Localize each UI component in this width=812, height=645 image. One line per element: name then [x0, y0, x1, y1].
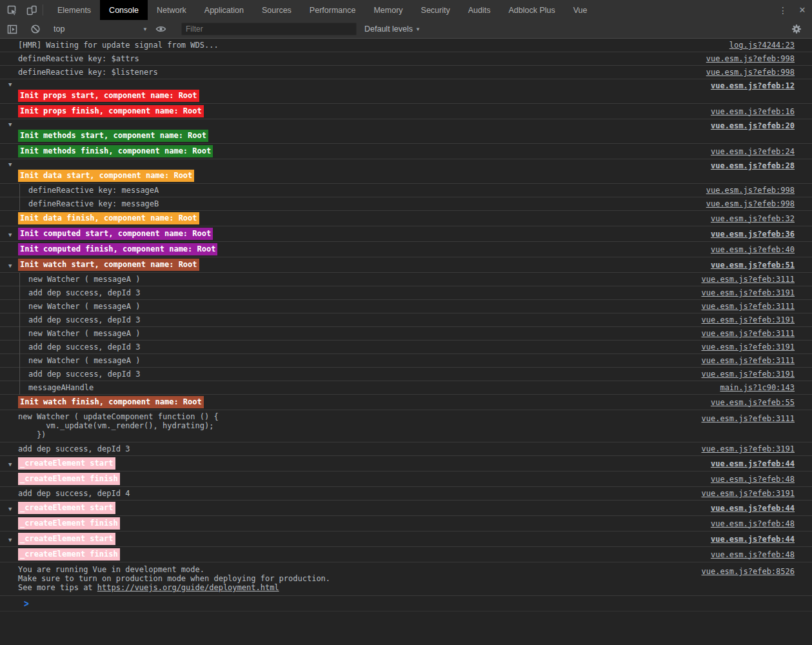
console-row-content: add dep success, depId 3 — [0, 286, 695, 299]
console-row-content: Init data finish, component name: Root — [0, 212, 704, 224]
source-location-link[interactable]: vue.esm.js?efeb:998 — [700, 54, 812, 63]
source-location-link[interactable]: vue.esm.js?efeb:998 — [700, 186, 812, 195]
source-location-link[interactable]: vue.esm.js?efeb:3111 — [695, 302, 812, 311]
console-row: ▼_createElement startvue.esm.js?efeb:44 — [0, 456, 812, 471]
source-location-link[interactable]: vue.esm.js?efeb:20 — [704, 121, 812, 131]
source-location-link[interactable]: vue.esm.js?efeb:3111 — [695, 356, 812, 365]
source-location-link[interactable]: vue.esm.js?efeb:3191 — [695, 315, 812, 324]
source-location-link[interactable]: vue.esm.js?efeb:48 — [704, 475, 812, 484]
filter-input[interactable] — [181, 23, 357, 35]
source-location-link[interactable]: vue.esm.js?efeb:32 — [704, 214, 812, 223]
source-location-link[interactable]: vue.esm.js?efeb:28 — [704, 161, 812, 171]
source-location-link[interactable]: main.js?1c90:143 — [713, 383, 812, 392]
console-input-line[interactable] — [29, 599, 812, 609]
console-row-content: defineReactive key: $listeners — [0, 66, 700, 79]
settings-gear-icon[interactable] — [787, 24, 806, 34]
tab-memory[interactable]: Memory — [364, 0, 411, 20]
source-location-link[interactable]: vue.esm.js?efeb:55 — [704, 398, 812, 407]
clear-console-icon[interactable] — [26, 24, 45, 34]
more-options-icon[interactable]: ⋮ — [773, 0, 793, 20]
console-row: ▼Init data start, component name: Rootvu… — [0, 159, 812, 184]
console-row: Init props finish, component name: Rootv… — [0, 104, 812, 119]
tab-console[interactable]: Console — [100, 0, 148, 20]
source-location-link[interactable]: vue.esm.js?efeb:8526 — [695, 566, 812, 577]
console-row-content: new Watcher ( updateComponent function (… — [0, 412, 695, 439]
source-location-link[interactable]: vue.esm.js?efeb:3191 — [695, 370, 812, 379]
source-location-link[interactable]: vue.esm.js?efeb:998 — [700, 199, 812, 208]
console-message-text: add dep success, depId 3 — [28, 370, 140, 379]
disclosure-triangle-icon[interactable]: ▼ — [8, 232, 12, 238]
disclosure-triangle-icon[interactable]: ▼ — [8, 162, 12, 168]
console-styled-badge: Init data finish, component name: Root — [18, 212, 199, 224]
live-expression-eye-icon[interactable] — [151, 24, 170, 34]
console-row-content: add dep success, depId 3 — [0, 341, 695, 353]
source-location-link[interactable]: vue.esm.js?efeb:3191 — [695, 342, 812, 352]
tab-audits[interactable]: Audits — [459, 0, 500, 20]
chevron-down-icon: ▼ — [143, 26, 148, 32]
disclosure-triangle-icon[interactable]: ▼ — [8, 263, 12, 269]
source-location-link[interactable]: vue.esm.js?efeb:3111 — [695, 413, 812, 424]
deployment-guide-link[interactable]: https://vuejs.org/guide/deployment.html — [97, 583, 279, 592]
console-row: _createElement finishvue.esm.js?efeb:48 — [0, 471, 812, 487]
console-row: defineReactive key: $listenersvue.esm.js… — [0, 66, 812, 79]
source-location-link[interactable]: vue.esm.js?efeb:3111 — [695, 275, 812, 284]
context-selector-dropdown[interactable]: top ▼ — [54, 25, 148, 34]
console-row: add dep success, depId 3vue.esm.js?efeb:… — [0, 442, 812, 456]
source-location-link[interactable]: vue.esm.js?efeb:44 — [704, 504, 812, 513]
tab-sources[interactable]: Sources — [253, 0, 301, 20]
tab-network[interactable]: Network — [148, 0, 195, 20]
console-row-content: Init watch finish, component name: Root — [0, 396, 704, 408]
console-styled-badge: Init props start, component name: Root — [18, 90, 199, 102]
console-row-content: defineReactive key: $attrs — [0, 52, 700, 65]
console-row: ▼Init watch start, component name: Rootv… — [0, 257, 812, 273]
source-location-link[interactable]: vue.esm.js?efeb:3191 — [695, 489, 812, 498]
source-location-link[interactable]: vue.esm.js?efeb:44 — [704, 459, 812, 468]
source-location-link[interactable]: vue.esm.js?efeb:24 — [704, 147, 812, 156]
close-devtools-icon[interactable]: ✕ — [793, 0, 812, 20]
disclosure-triangle-icon[interactable]: ▼ — [8, 82, 12, 88]
source-location-link[interactable]: vue.esm.js?efeb:16 — [704, 107, 812, 116]
console-row: ▼Init props start, component name: Rootv… — [0, 79, 812, 104]
tab-performance[interactable]: Performance — [301, 0, 365, 20]
source-location-link[interactable]: log.js?4244:23 — [723, 41, 812, 50]
console-row-content: ▼Init watch start, component name: Root — [0, 259, 704, 271]
source-location-link[interactable]: vue.esm.js?efeb:3191 — [695, 444, 812, 453]
console-styled-badge: Init computed start, component name: Roo… — [18, 228, 213, 240]
source-location-link[interactable]: vue.esm.js?efeb:44 — [704, 535, 812, 544]
console-message-text: defineReactive key: $listeners — [18, 68, 158, 77]
disclosure-triangle-icon[interactable]: ▼ — [8, 462, 12, 468]
prompt-chevron-icon: > — [24, 599, 29, 608]
inspect-element-icon[interactable] — [3, 0, 22, 20]
disclosure-triangle-icon[interactable]: ▼ — [8, 506, 12, 512]
tab-vue[interactable]: Vue — [564, 0, 597, 20]
console-message-text: [HMR] Waiting for update signal from WDS… — [18, 41, 219, 50]
console-styled-badge: Init methods start, component name: Root — [18, 130, 208, 142]
devtools-window: ElementsConsoleNetworkApplicationSources… — [0, 0, 812, 611]
source-location-link[interactable]: vue.esm.js?efeb:48 — [704, 550, 812, 559]
source-location-link[interactable]: vue.esm.js?efeb:48 — [704, 519, 812, 528]
tab-adblock-plus[interactable]: Adblock Plus — [499, 0, 564, 20]
tab-elements[interactable]: Elements — [48, 0, 100, 20]
console-message-text: add dep success, depId 3 — [28, 288, 140, 297]
console-sidebar-toggle-icon[interactable] — [3, 25, 22, 34]
source-location-link[interactable]: vue.esm.js?efeb:3191 — [695, 288, 812, 297]
log-levels-dropdown[interactable]: Default levels ▼ — [364, 25, 421, 34]
tab-application[interactable]: Application — [195, 0, 253, 20]
source-location-link[interactable]: vue.esm.js?efeb:12 — [704, 81, 812, 91]
console-styled-badge: _createElement start — [18, 533, 115, 545]
tab-security[interactable]: Security — [412, 0, 459, 20]
console-message-text: new Watcher ( messageA ) — [28, 275, 140, 284]
console-message-text: add dep success, depId 3 — [28, 342, 140, 352]
source-location-link[interactable]: vue.esm.js?efeb:3111 — [695, 329, 812, 338]
devtools-tabbar: ElementsConsoleNetworkApplicationSources… — [0, 0, 812, 20]
source-location-link[interactable]: vue.esm.js?efeb:51 — [704, 261, 812, 270]
console-row: _createElement finishvue.esm.js?efeb:48 — [0, 516, 812, 531]
console-styled-badge: Init watch start, component name: Root — [18, 259, 199, 271]
disclosure-triangle-icon[interactable]: ▼ — [8, 537, 12, 543]
disclosure-triangle-icon[interactable]: ▼ — [8, 122, 12, 128]
source-location-link[interactable]: vue.esm.js?efeb:998 — [700, 68, 812, 77]
console-row-content: _createElement finish — [0, 548, 704, 561]
source-location-link[interactable]: vue.esm.js?efeb:36 — [704, 230, 812, 239]
source-location-link[interactable]: vue.esm.js?efeb:40 — [704, 245, 812, 254]
device-toolbar-icon[interactable] — [22, 0, 41, 20]
